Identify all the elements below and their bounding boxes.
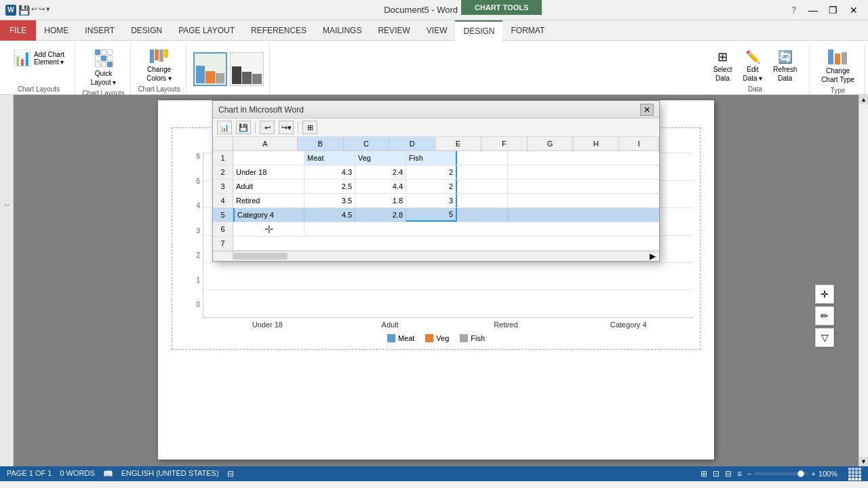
cell-rest-6[interactable] (304, 222, 659, 236)
tab-references[interactable]: REFERENCES (243, 20, 315, 41)
status-bar: PAGE 1 OF 1 0 WORDS 📖 ENGLISH (UNITED ST… (0, 466, 868, 481)
cell-c3[interactable]: 4.4 (355, 180, 406, 193)
cell-f3[interactable] (508, 180, 659, 193)
scroll-up-btn[interactable]: ▲ (859, 95, 868, 104)
cell-rest-7[interactable] (233, 237, 659, 250)
toolbar-icon-btn[interactable]: 📊 (217, 121, 232, 134)
vertical-scrollbar[interactable]: ▲ ▼ (859, 95, 868, 466)
cell-a4[interactable]: Retired (233, 194, 304, 207)
horizontal-scrollbar[interactable] (233, 251, 650, 261)
cell-a5[interactable]: Category 4 (233, 208, 304, 222)
cell-f2[interactable] (508, 165, 659, 179)
style-preview-1[interactable] (193, 52, 227, 86)
col-header-f[interactable]: F (481, 137, 528, 150)
tab-chart-design[interactable]: DESIGN (455, 20, 502, 41)
cell-e2[interactable] (457, 165, 508, 179)
cell-c1[interactable]: Veg (355, 151, 406, 165)
cell-e5[interactable] (457, 208, 508, 222)
tab-home[interactable]: HOME (36, 20, 77, 41)
dialog-close-button[interactable]: ✕ (640, 104, 654, 116)
cell-b1[interactable]: Meat (304, 151, 355, 165)
cell-f5[interactable] (508, 208, 659, 222)
tab-format[interactable]: FORMAT (502, 20, 553, 41)
view-normal-icon[interactable]: ⊞ (701, 469, 707, 479)
col-header-c[interactable]: C (344, 137, 390, 150)
cell-c5[interactable]: 2.8 (355, 208, 406, 222)
tab-view[interactable]: VIEW (418, 20, 456, 41)
scroll-right[interactable]: ▶ (650, 251, 659, 261)
refresh-data-button[interactable]: 🔄 Refresh Data (768, 46, 802, 85)
restore-button[interactable]: ❐ (825, 3, 842, 18)
change-chart-type-button[interactable]: Change Chart Type (816, 46, 859, 87)
view-web-icon[interactable]: ⊟ (725, 469, 732, 479)
toolbar-save-btn[interactable]: 💾 (236, 121, 251, 134)
cell-d4[interactable]: 3 (406, 194, 457, 207)
chart-filters-panel-btn[interactable]: ▽ (815, 328, 834, 347)
save-icon[interactable]: 💾 (18, 5, 30, 16)
tab-file[interactable]: FILE (0, 20, 36, 41)
chart-elements-panel-btn[interactable]: ✛ (815, 285, 834, 304)
redo-icon[interactable]: ↪ (39, 5, 45, 16)
zoom-thumb[interactable] (797, 470, 804, 477)
track-changes-icon[interactable]: ⊟ (227, 469, 234, 479)
toolbar-grid-btn[interactable]: ⊞ (302, 121, 317, 134)
view-layout-icon[interactable]: ⊡ (713, 469, 719, 479)
cell-a3[interactable]: Adult (233, 180, 304, 193)
zoom-in-btn[interactable]: + (811, 470, 815, 478)
tab-design[interactable]: DESIGN (123, 20, 170, 41)
chart-styles-panel-btn[interactable]: ✏ (815, 306, 834, 325)
cell-b4[interactable]: 3.5 (304, 194, 355, 207)
cell-b3[interactable]: 2.5 (304, 180, 355, 193)
scroll-down-btn[interactable]: ▼ (859, 457, 868, 466)
undo-icon[interactable]: ↩ (31, 5, 37, 16)
cell-a2[interactable]: Under 18 (233, 165, 304, 179)
cell-a1[interactable] (233, 151, 304, 165)
tab-insert[interactable]: INSERT (77, 20, 123, 41)
select-data-icon: ⊞ (717, 49, 728, 64)
tab-page-layout[interactable]: PAGE LAYOUT (170, 20, 243, 41)
quick-layout-button[interactable]: Quick Layout ▾ (86, 46, 121, 89)
toolbar-redo-btn[interactable]: ↪▾ (279, 121, 294, 134)
view-read-icon[interactable]: ≡ (737, 469, 742, 479)
zoom-out-btn[interactable]: − (747, 470, 751, 478)
cell-e4[interactable] (457, 194, 508, 207)
cell-d5[interactable]: 5 (406, 208, 457, 222)
cell-d1[interactable]: Fish (406, 151, 457, 165)
minimize-button[interactable]: — (804, 3, 822, 18)
zoom-slider[interactable] (754, 472, 808, 475)
close-button[interactable]: ✕ (845, 3, 863, 18)
col-header-i[interactable]: I (619, 137, 659, 150)
col-header-d[interactable]: D (389, 137, 435, 150)
change-colors-button[interactable]: Change Colors ▾ (142, 46, 176, 85)
col-header-g[interactable]: G (528, 137, 574, 150)
cell-f1[interactable] (508, 151, 659, 165)
toolbar-undo-btn[interactable]: ↩ (260, 121, 275, 134)
tab-review[interactable]: REVIEW (370, 20, 418, 41)
add-chart-element-button[interactable]: 📊 Add Chart Element ▾ (8, 46, 69, 70)
cell-a6[interactable]: ✛ (233, 222, 304, 236)
col-header-a[interactable]: A (233, 137, 298, 150)
scroll-track[interactable] (859, 104, 868, 457)
language[interactable]: ENGLISH (UNITED STATES) (121, 469, 219, 479)
cell-c2[interactable]: 2.4 (355, 165, 406, 179)
cell-e3[interactable] (457, 180, 508, 193)
help-icon[interactable]: ? (791, 5, 796, 15)
cell-b5[interactable]: 4.5 (304, 208, 355, 222)
cell-c4[interactable]: 1.8 (355, 194, 406, 207)
cell-f4[interactable] (508, 194, 659, 207)
cell-e1[interactable] (457, 151, 508, 165)
customize-icon[interactable]: ▾ (46, 5, 50, 16)
cell-d3[interactable]: 2 (406, 180, 457, 193)
col-header-e[interactable]: E (435, 137, 481, 150)
spell-check-icon[interactable]: 📖 (103, 469, 113, 479)
cell-b2[interactable]: 4.3 (304, 165, 355, 179)
col-header-b[interactable]: B (298, 137, 344, 150)
zoom-level[interactable]: 100% (818, 470, 837, 478)
select-data-button[interactable]: ⊞ Select Data (709, 46, 737, 85)
scroll-thumb[interactable] (233, 253, 288, 260)
edit-data-button[interactable]: ✏️ Edit Data ▾ (738, 46, 767, 85)
cell-d2[interactable]: 2 (406, 165, 457, 179)
tab-mailings[interactable]: MAILINGS (315, 20, 370, 41)
style-preview-2[interactable] (230, 52, 264, 86)
col-header-h[interactable]: H (573, 137, 619, 150)
